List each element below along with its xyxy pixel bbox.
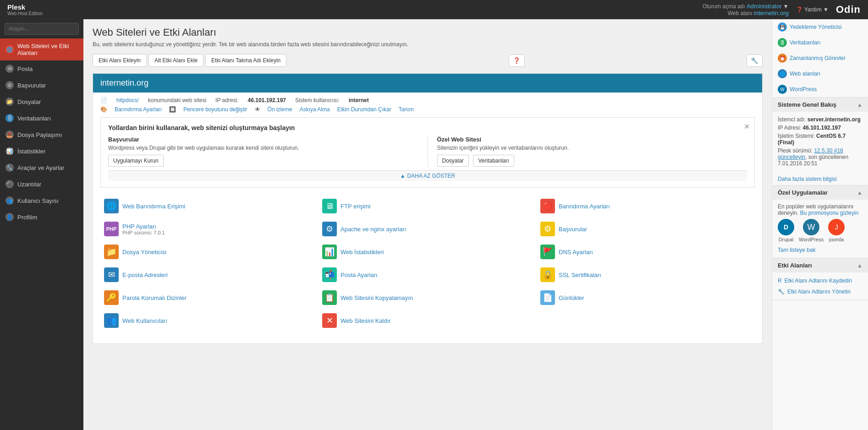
wordpress-app[interactable]: W WordPress	[799, 219, 824, 242]
sidebar-item-stats[interactable]: 📊 İstatistikler	[0, 143, 83, 159]
rp-scheduled-tasks[interactable]: ⏰ Zamanlanmış Görevler	[772, 50, 868, 66]
sidebar-item-extensions[interactable]: 🔌 Uzantılar	[0, 176, 83, 192]
domain-links-header[interactable]: Etki Alanları ▲	[772, 258, 868, 272]
session-label: Oturum açma adı	[703, 3, 745, 10]
more-system-info-link[interactable]: Daha fazla sistem bilgisi	[772, 173, 868, 185]
files-button[interactable]: Dosyalar	[437, 155, 469, 167]
basv-icon: ⚙	[540, 222, 555, 236]
stats-icon: 📊	[5, 147, 14, 155]
add-domain-button[interactable]: Etki Alanı Ekleyin	[93, 54, 147, 67]
rp-backup-manager[interactable]: 💾 Yedekleme Yöneticisi	[772, 19, 868, 35]
user-info: Oturum açma adı Administrator ▼ Web alan…	[703, 3, 789, 16]
web-hosting-icon: 🌐	[104, 199, 119, 213]
databases-button[interactable]: Veritabanları	[473, 155, 514, 167]
apps-chevron-icon: ▲	[857, 190, 863, 196]
apps-more-link[interactable]: Tam listeye bak	[778, 246, 863, 254]
grid-item-web-hosting[interactable]: 🌐 Web Barındırma Erişimi	[100, 197, 319, 215]
grid-item-logs[interactable]: 📄 Günlükler	[537, 288, 755, 307]
action-icon: 🎨	[100, 106, 107, 113]
rp-wordpress[interactable]: W WordPress	[772, 82, 868, 97]
sidebar-item-profile[interactable]: 👤 Profilim	[0, 209, 83, 225]
sidebar-item-mail[interactable]: ✉ Posta	[0, 60, 83, 77]
grid-section: 🌐 Web Barındırma Erişimi 🖥 FTP erişimi	[100, 192, 755, 339]
apps-section: Özel Uygulamalar ▲ En popüler web uygula…	[772, 185, 868, 258]
resize-link[interactable]: Pencere boyutunu değiştir	[183, 106, 247, 113]
apache-icon: ⚙	[322, 222, 337, 236]
domain-name[interactable]: internetin.org	[100, 78, 148, 87]
domain-header: internetin.org	[93, 74, 762, 93]
grid-item-php[interactable]: PHP PHP Ayarları PHP sürümü: 7.0.1	[100, 220, 319, 238]
grid-item-filemanager[interactable]: 📁 Dosya Yöneticisi	[100, 243, 319, 261]
suspend-link[interactable]: Askıya Alma	[300, 106, 330, 113]
sidebar-item-tools[interactable]: 🔧 Araçlar ve Ayarlar	[0, 159, 83, 176]
grid-item-ssl-text: SSL Sertifikaları	[559, 272, 601, 278]
apps-header[interactable]: Özel Uygulamalar ▲	[772, 185, 868, 200]
grid-item-hosting-settings[interactable]: 🔴 Barındırma Ayarları	[537, 197, 755, 215]
rp-web-domains[interactable]: 🌐 Web alanları	[772, 66, 868, 82]
add-alias-button[interactable]: Etki Alanı Takma Adı Ekleyin	[205, 54, 286, 67]
admin-link[interactable]: Administrator	[747, 3, 782, 10]
grid-item-dns[interactable]: 🚩 DNS Ayarları	[537, 243, 755, 261]
filemanager-icon: 📁	[104, 245, 119, 259]
grid-item-email-text: E-posta Adresleri	[122, 272, 168, 278]
db-icon: 🗄	[5, 114, 14, 122]
grid-item-webusers[interactable]: 👥 Web Kullanıcıları	[100, 311, 319, 330]
users-icon: 👥	[5, 196, 14, 205]
hide-promo-link[interactable]: Bu promosyonu gizleyin	[800, 210, 858, 216]
install-app-button[interactable]: Uygulamayı Kurun	[108, 155, 164, 167]
mail-icon: ✉	[5, 65, 14, 73]
preview-link[interactable]: Ön izleme	[268, 106, 292, 113]
grid-item-ftp[interactable]: 🖥 FTP erişimi	[319, 197, 537, 215]
less-button[interactable]: ▲ DAHA AZ GÖSTER	[108, 170, 747, 181]
system-overview-header[interactable]: Sisteme Genel Bakış ▲	[772, 98, 868, 112]
sysuser-value: internet	[349, 97, 369, 103]
add-sub-domain-button[interactable]: Alt Etki Alanı Ekle	[148, 54, 203, 67]
share-icon: 📤	[5, 131, 14, 139]
grid-item-ssl[interactable]: 🔒 SSL Sertifikaları	[537, 266, 755, 284]
settings-icon-button[interactable]: 🔧	[747, 54, 763, 67]
hosting-settings-link[interactable]: Barındırma Ayarları	[115, 106, 162, 113]
grid-item-apache[interactable]: ⚙ Apache ve nginx ayarları	[319, 220, 537, 238]
sidebar-item-apps[interactable]: ⚙ Başvurular	[0, 77, 83, 93]
grid-item-copyweb[interactable]: 📋 Web Sitesini Kopyalamayın	[319, 288, 537, 307]
deactivate-link[interactable]: Etkin Durumdan Çıkar	[337, 106, 391, 113]
promo-col1: Başvurular Wordpress veya Drupal gibi bi…	[108, 136, 418, 167]
manage-domain-link[interactable]: 🔧 Etki Alanı Adlarını Yönetin	[778, 286, 863, 297]
grid-item-basv[interactable]: ⚙ Başvurular	[537, 220, 755, 238]
sidebar: 🌐 Web Siteleri ve Etki Alanları ✉ Posta …	[0, 19, 83, 430]
grid-item-logs-text: Günlükler	[559, 294, 584, 301]
grid-item-webstats[interactable]: 📊 Web İstatistikleri	[319, 243, 537, 261]
rp-databases[interactable]: 🗄 Veritabanları	[772, 35, 868, 50]
joomla-app[interactable]: J joomla	[828, 219, 845, 242]
sidebar-item-fileshare[interactable]: 📤 Dosya Paylaşımı	[0, 126, 83, 143]
rp-web-icon: 🌐	[778, 69, 787, 78]
ip-value: 46.101.192.197	[248, 97, 286, 103]
promo-divider	[428, 136, 428, 167]
sidebar-item-databases[interactable]: 🗄 Veritabanları	[0, 110, 83, 126]
definition-link[interactable]: Tanım	[399, 106, 414, 113]
web-alan-value[interactable]: internetin.org	[754, 10, 789, 16]
register-domain-link[interactable]: R Etki Alanı Adlarını Kaydedin	[778, 275, 863, 286]
sidebar-item-websites[interactable]: 🌐 Web Siteleri ve Etki Alanları	[0, 38, 83, 60]
grid-row-2: PHP PHP Ayarları PHP sürümü: 7.0.1 ⚙ Apa…	[100, 220, 755, 238]
drupal-app[interactable]: D Drupal	[778, 219, 794, 242]
grid-item-passdirs[interactable]: 🔑 Parola Korumalı Dizinler	[100, 288, 319, 307]
sidebar-item-files[interactable]: 📁 Dosyalar	[0, 93, 83, 110]
system-info: İstemci adı: server.internetin.org IP Ad…	[772, 112, 868, 173]
page-title: Web Siteleri ve Etki Alanları	[93, 27, 763, 38]
grid-item-removeweb[interactable]: ✕ Web Sitesini Kaldır	[319, 311, 537, 330]
apps-content: En popüler web uygulamalarını deneyin. B…	[772, 200, 868, 258]
mailsettings-icon: 📬	[322, 267, 337, 282]
page-desc: Bu, web sitelerini kurduğunuz ve yönetti…	[93, 41, 763, 48]
help-icon-button[interactable]: ❓	[509, 54, 525, 67]
promo-col2-desc: Sitenizin içeriğini yükleyin ve veritaba…	[437, 145, 747, 151]
grid-item-mailsettings[interactable]: 📬 Posta Ayarları	[319, 266, 537, 284]
httpdocs-link[interactable]: httpdocs/	[116, 97, 139, 103]
sidebar-item-users[interactable]: 👥 Kullanıcı Sayısı	[0, 192, 83, 209]
joomla-label: joomla	[829, 237, 844, 242]
search-input[interactable]	[5, 23, 79, 35]
promo-close-button[interactable]: ✕	[744, 122, 750, 131]
ip-label: IP adresi:	[215, 97, 238, 103]
help-button[interactable]: ❓ Yardım ▼	[796, 6, 829, 13]
grid-item-email[interactable]: ✉ E-posta Adresleri	[100, 266, 319, 284]
